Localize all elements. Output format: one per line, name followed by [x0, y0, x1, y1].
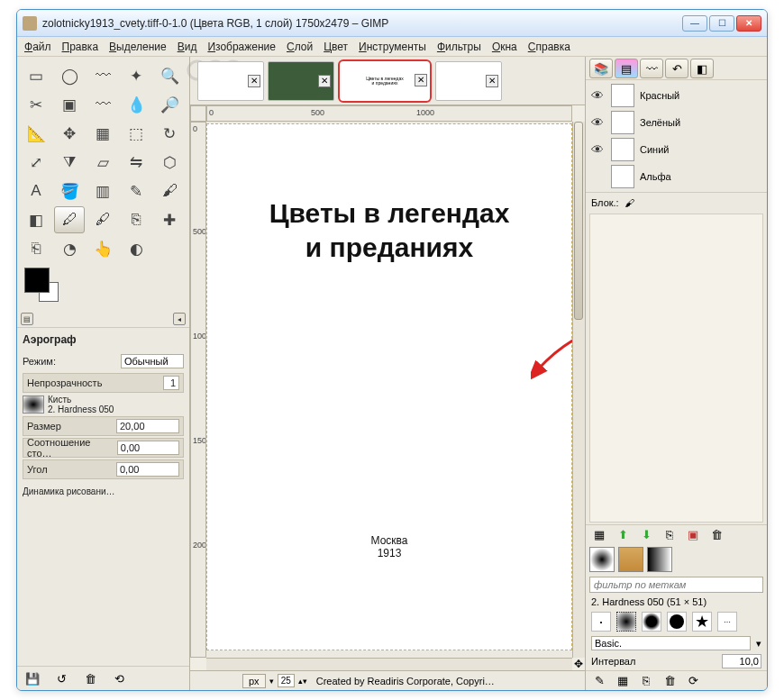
tool-rotate[interactable]: ↻	[154, 120, 185, 147]
paths-tab-icon[interactable]: 〰	[640, 59, 663, 78]
ruler-horizontal[interactable]: 0 500 1000	[206, 105, 572, 122]
tab-close-icon[interactable]: ✕	[486, 75, 498, 87]
tool-heal[interactable]: ✚	[154, 206, 185, 233]
brush-preview-icon[interactable]	[23, 395, 44, 414]
ruler-corner[interactable]	[190, 105, 206, 122]
tool-text[interactable]: A	[21, 177, 51, 205]
canvas[interactable]: Цветы в легендах и преданиях Москва 1913	[206, 122, 572, 658]
save-preset-icon[interactable]: 💾	[24, 670, 41, 686]
tool-bucket[interactable]: 🪣	[54, 177, 85, 205]
tab-close-icon[interactable]: ✕	[318, 75, 331, 87]
tool-scale[interactable]: ⤢	[21, 149, 51, 176]
menu-edit[interactable]: Правка	[62, 41, 99, 53]
interval-value[interactable]	[722, 654, 761, 668]
size-value[interactable]: 20,00	[116, 419, 179, 433]
tool-paths[interactable]: 〰	[87, 91, 118, 118]
brush-item[interactable]	[642, 612, 661, 632]
restore-preset-icon[interactable]: ↺	[53, 670, 69, 686]
visibility-icon[interactable]: 👁	[589, 88, 606, 103]
tool-scissors[interactable]: ✂	[21, 91, 51, 118]
refresh-brush-icon[interactable]: ⟳	[685, 673, 701, 689]
tool-clone[interactable]: ⎘	[121, 206, 151, 233]
menu-filters[interactable]: Фильтры	[437, 41, 481, 53]
channel-row[interactable]: Альфа	[589, 163, 763, 190]
channel-row[interactable]: 👁Красный	[589, 82, 763, 109]
opacity-value[interactable]: 1	[163, 376, 179, 390]
tool-cage[interactable]: ⬡	[154, 149, 185, 176]
image-tab[interactable]: ✕	[268, 61, 334, 101]
minimize-button[interactable]: —	[682, 15, 707, 32]
tool-gradient[interactable]: ▥	[87, 177, 118, 205]
image-tab[interactable]: ✕	[435, 61, 502, 101]
close-button[interactable]: ✕	[736, 15, 761, 32]
ruler-vertical[interactable]: 0 500 1000 1500 2000	[190, 122, 206, 658]
maximize-button[interactable]: ☐	[709, 15, 734, 32]
mode-select[interactable]	[121, 354, 184, 368]
dynamics-menu-icon[interactable]: ▾	[756, 638, 761, 650]
color-swatches[interactable]	[24, 268, 69, 307]
menu-help[interactable]: Справка	[528, 41, 570, 53]
tool-measure[interactable]: 📐	[21, 120, 51, 147]
brush-item[interactable]: ⋯	[717, 612, 737, 632]
delete-brush-icon[interactable]: 🗑	[661, 673, 678, 689]
zoom-arrows-icon[interactable]: ▴▾	[298, 677, 307, 686]
brush-item[interactable]: ★	[692, 612, 712, 632]
tool-perspective-clone[interactable]: ⎗	[21, 235, 51, 262]
tool-color-picker[interactable]: 💧	[121, 91, 151, 118]
gradient-preview[interactable]	[647, 547, 672, 572]
layers-tab-icon[interactable]: 📚	[589, 59, 613, 78]
menu-file[interactable]: Файл	[24, 41, 51, 53]
tool-smudge[interactable]: 👆	[87, 235, 118, 262]
unit-selector[interactable]: px	[242, 674, 266, 688]
canvas-navigate-icon[interactable]: ✥	[572, 658, 585, 670]
scrollbar-vertical[interactable]	[572, 122, 585, 658]
brush-item[interactable]: ·	[591, 612, 611, 632]
tool-flip[interactable]: ⇋	[121, 149, 151, 176]
tool-foreground[interactable]: ▣	[54, 91, 85, 118]
image-tab-active[interactable]: Цветы в легендахи преданиях ✕	[338, 59, 432, 103]
tool-dodge[interactable]: ◐	[121, 235, 151, 262]
dynamics-name[interactable]: Basic.	[591, 636, 751, 650]
tool-rect-select[interactable]: ▭	[21, 62, 51, 89]
new-brush-icon[interactable]: ▦	[615, 673, 631, 689]
brush-preview[interactable]	[589, 547, 615, 572]
dock-tab-icon[interactable]: ▤	[21, 313, 33, 325]
zoom-input[interactable]: 25	[278, 674, 295, 687]
histogram-tab-icon[interactable]: ◧	[690, 59, 714, 78]
visibility-icon[interactable]: 👁	[589, 115, 606, 130]
scrollbar-horizontal[interactable]	[206, 658, 572, 670]
reset-preset-icon[interactable]: ⟲	[111, 670, 127, 686]
undo-tab-icon[interactable]: ↶	[665, 59, 688, 78]
channel-row[interactable]: 👁Синий	[589, 136, 763, 163]
tool-shear[interactable]: ⧩	[54, 149, 85, 176]
menu-view[interactable]: Вид	[178, 41, 197, 53]
fg-color-swatch[interactable]	[24, 268, 50, 293]
channels-tab-icon[interactable]: ▤	[615, 59, 638, 78]
brush-item[interactable]	[616, 612, 636, 632]
tool-lasso[interactable]: 〰	[87, 62, 118, 89]
brush-item[interactable]	[667, 612, 687, 632]
tag-filter-input[interactable]	[589, 577, 763, 593]
tool-perspective[interactable]: ▱	[87, 149, 118, 176]
menu-image[interactable]: Изображение	[207, 41, 276, 53]
tool-align[interactable]: ▦	[87, 120, 118, 147]
lower-channel-icon[interactable]: ⬇	[638, 527, 654, 543]
pattern-preview[interactable]	[618, 547, 643, 572]
ratio-value[interactable]: 0,00	[117, 441, 179, 455]
delete-preset-icon[interactable]: 🗑	[82, 670, 98, 686]
raise-channel-icon[interactable]: ⬆	[615, 527, 631, 543]
duplicate-brush-icon[interactable]: ⎘	[638, 673, 654, 689]
tool-ink[interactable]: 🖋	[87, 206, 118, 233]
tool-blur[interactable]: ◔	[54, 235, 85, 262]
tab-close-icon[interactable]: ✕	[415, 74, 427, 86]
duplicate-channel-icon[interactable]: ⎘	[661, 527, 678, 543]
menu-select[interactable]: Выделение	[109, 41, 167, 53]
menu-tools[interactable]: Инструменты	[359, 41, 426, 53]
tool-pencil[interactable]: ✎	[121, 177, 151, 205]
visibility-icon[interactable]: 👁	[589, 142, 606, 157]
tool-airbrush[interactable]: 🖊	[54, 206, 85, 233]
menu-layer[interactable]: Слой	[287, 41, 313, 53]
lock-brush-icon[interactable]: 🖌	[624, 197, 634, 208]
new-channel-icon[interactable]: ▦	[591, 527, 607, 543]
menu-colors[interactable]: Цвет	[324, 41, 348, 53]
